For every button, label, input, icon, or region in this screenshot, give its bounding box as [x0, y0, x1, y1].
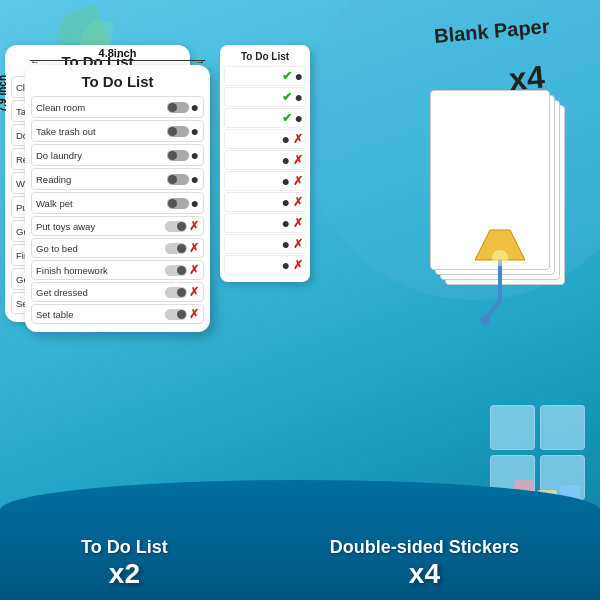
mini-list-item: ✔●: [224, 108, 306, 128]
toggle-switch[interactable]: [167, 174, 189, 185]
lamp-icon: [455, 220, 545, 340]
toggle-switch[interactable]: [167, 150, 189, 161]
stickers-area: [490, 405, 585, 500]
list-item: Reading ●: [31, 168, 204, 190]
toggle-switch[interactable]: [165, 265, 187, 276]
todo-x2: x2: [81, 558, 168, 590]
mini-list-item: ●✗: [224, 129, 306, 149]
toggle-area: ●: [167, 123, 199, 139]
toggle-area: ✗: [165, 285, 199, 299]
toggle-area: ✗: [165, 263, 199, 277]
dimension-height: 7.9 inch: [0, 75, 8, 112]
mini-list-item: ●✗: [224, 213, 306, 233]
toggle-switch[interactable]: [165, 287, 187, 298]
todo-card-front: 4.8inch ← → 7.9 inch To Do List Clean ro…: [25, 65, 210, 332]
list-item: Get dressed ✗: [31, 282, 204, 302]
todo-card-mini: To Do List ✔● ✔● ✔● ●✗ ●✗ ●✗ ●✗ ●✗ ●✗ ●✗: [220, 45, 310, 282]
list-item: Set table ✗: [31, 304, 204, 324]
list-item: Put toys away ✗: [31, 216, 204, 236]
toggle-switch[interactable]: [167, 126, 189, 137]
toggle-area: ✗: [165, 241, 199, 255]
list-item: Finish homework ✗: [31, 260, 204, 280]
toggle-switch[interactable]: [165, 221, 187, 232]
toggle-switch[interactable]: [165, 243, 187, 254]
mini-list-item: ●✗: [224, 234, 306, 254]
toggle-switch[interactable]: [167, 198, 189, 209]
mini-list-item: ●✗: [224, 171, 306, 191]
todo-items-front: Clean room ● Take trash out ● Do laundry…: [31, 96, 204, 324]
toggle-area: ●: [167, 195, 199, 211]
dimension-width: 4.8inch ← →: [30, 47, 205, 61]
toggle-area: ●: [167, 147, 199, 163]
double-sided-label: Double-sided Stickers: [330, 537, 519, 558]
toggle-area: ✗: [165, 307, 199, 321]
bottom-todo-list: To Do List x2: [81, 537, 168, 590]
sticker-1: [490, 405, 535, 450]
toggle-switch[interactable]: [167, 102, 189, 113]
mini-list-item: ✔●: [224, 87, 306, 107]
svg-point-4: [492, 250, 508, 266]
svg-point-3: [480, 315, 490, 325]
list-item: Clean room ●: [31, 96, 204, 118]
list-item: Go to bed ✗: [31, 238, 204, 258]
toggle-area: ●: [167, 171, 199, 187]
sticker-2: [540, 405, 585, 450]
mini-list-item: ●✗: [224, 255, 306, 275]
todo-card-title: To Do List: [31, 73, 204, 90]
toggle-switch[interactable]: [165, 309, 187, 320]
toggle-area: ✗: [165, 219, 199, 233]
bottom-section: To Do List x2 Double-sided Stickers x4: [0, 537, 600, 590]
list-item: Take trash out ●: [31, 120, 204, 142]
mini-card-title: To Do List: [224, 51, 306, 62]
mini-list-item: ✔●: [224, 66, 306, 86]
list-item: Walk pet ●: [31, 192, 204, 214]
mini-list-item: ●✗: [224, 192, 306, 212]
bottom-todo-label: To Do List: [81, 537, 168, 558]
mini-list-item: ●✗: [224, 150, 306, 170]
bottom-stickers: Double-sided Stickers x4: [330, 537, 519, 590]
toggle-area: ●: [167, 99, 199, 115]
list-item: Do laundry ●: [31, 144, 204, 166]
stickers-x4: x4: [330, 558, 519, 590]
